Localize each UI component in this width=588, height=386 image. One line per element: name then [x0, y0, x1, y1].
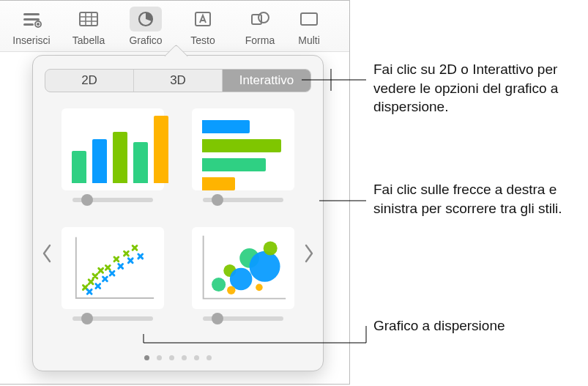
callout-tabs: Fai clic su 2D o Interattivo per vedere …: [373, 60, 580, 116]
callout-scatter: Grafico a dispersione: [373, 316, 580, 335]
callout-arrows: Fai clic sulle frecce a destra e sinistr…: [373, 180, 580, 218]
